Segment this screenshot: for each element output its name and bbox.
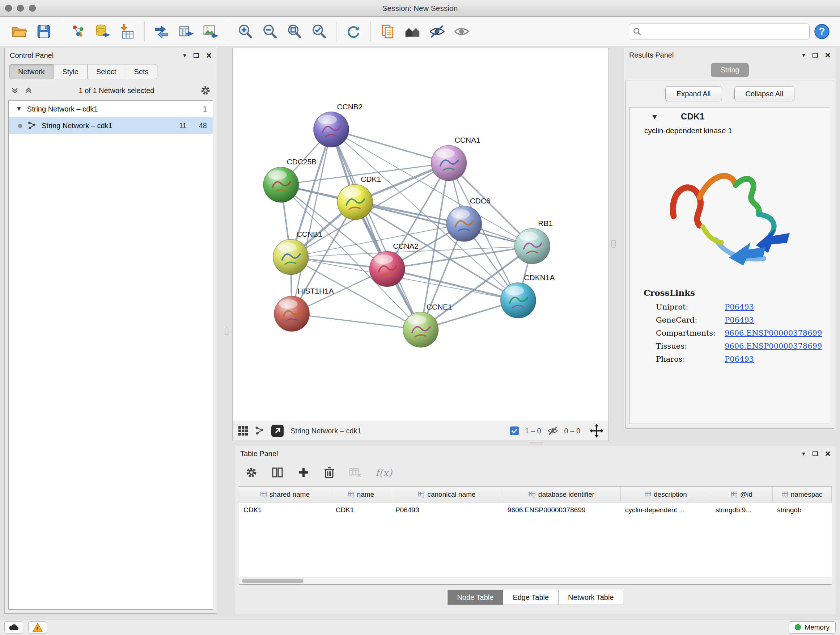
panel-float-icon[interactable] <box>813 53 818 57</box>
scrollbar-thumb[interactable] <box>242 579 303 583</box>
tab-style[interactable]: Style <box>54 64 87 79</box>
network-graph[interactable]: CCNB2CCNA1CDC25BCDK1CDC6RB1CCNB1CCNA2CDK… <box>233 48 608 421</box>
results-panel: Results Panel ▾ × String Expand All Coll… <box>624 48 836 430</box>
window-close-button[interactable] <box>5 5 12 11</box>
grid-view-icon[interactable] <box>238 425 248 436</box>
network-row-selected[interactable]: String Network – cdk1 11 48 <box>9 117 213 134</box>
open-session-button[interactable] <box>8 20 30 43</box>
cell-name[interactable]: CDK1 <box>332 506 391 514</box>
crosslink-link[interactable]: P06493 <box>725 316 754 325</box>
column-header[interactable]: @id <box>711 486 773 502</box>
memory-button[interactable]: Memory <box>789 621 836 633</box>
copy-style-button[interactable] <box>377 20 399 43</box>
show-all-button[interactable] <box>450 20 473 43</box>
cell-namespace[interactable]: stringdb <box>773 506 832 514</box>
panel-float-icon[interactable] <box>194 53 199 58</box>
zoom-out-button[interactable] <box>259 20 281 43</box>
splitter-handle[interactable] <box>611 241 616 248</box>
tab-sets[interactable]: Sets <box>125 64 157 79</box>
panel-collapse-icon[interactable]: ▾ <box>802 51 805 59</box>
cell-shared-name[interactable]: CDK1 <box>239 506 332 514</box>
selected-nodes-edges-count: 1 – 0 <box>525 427 541 435</box>
crosslink-link[interactable]: 9606.ENSP00000378699 <box>725 342 822 350</box>
cell-id[interactable]: stringdb:9... <box>711 506 773 514</box>
control-panel-title: Control Panel <box>10 51 54 60</box>
save-session-button[interactable] <box>33 20 55 43</box>
column-header[interactable]: database identifier <box>503 486 621 502</box>
table-row[interactable]: CDK1 CDK1 P06493 9606.ENSP00000378699 cy… <box>239 502 832 518</box>
zoom-selected-button[interactable] <box>308 20 330 43</box>
network-canvas[interactable]: CCNB2CCNA1CDC25BCDK1CDC6RB1CCNB1CCNA2CDK… <box>232 48 609 421</box>
splitter-handle[interactable] <box>530 442 542 445</box>
hide-selected-button[interactable] <box>426 20 448 43</box>
cell-description[interactable]: cyclin-dependent ... <box>621 506 711 514</box>
collapse-all-button[interactable]: Collapse All <box>734 86 795 101</box>
crosslink-row: Compartments: 9606.ENSP00000378699 <box>630 326 830 340</box>
gene-header[interactable]: ▼ CDK1 <box>630 108 830 126</box>
zoom-fit-button[interactable] <box>283 20 306 43</box>
import-table-from-file-button[interactable] <box>116 20 139 43</box>
share-view-icon[interactable] <box>254 426 264 436</box>
first-neighbors-button[interactable] <box>401 20 424 43</box>
tab-edge-table[interactable]: Edge Table <box>503 590 559 605</box>
panel-close-icon[interactable]: × <box>206 52 212 59</box>
warnings-button[interactable]: ! <box>28 621 47 633</box>
tree-expanded-icon[interactable]: ▼ <box>16 105 22 112</box>
detach-view-icon[interactable] <box>270 424 285 438</box>
refresh-icon <box>345 23 362 40</box>
expand-all-button[interactable]: Expand All <box>665 86 722 101</box>
zoom-in-button[interactable] <box>234 20 256 43</box>
column-header[interactable]: namespac <box>773 486 832 502</box>
network-collection-row[interactable]: ▼ String Network – cdk1 1 <box>9 101 213 117</box>
cell-canonical-name[interactable]: P06493 <box>391 506 503 514</box>
collapse-all-chevrons-icon[interactable] <box>24 86 33 95</box>
panel-float-icon[interactable] <box>813 451 818 456</box>
panel-collapse-icon[interactable]: ▾ <box>183 52 186 59</box>
function-builder-fx-icon: f(x) <box>376 467 392 478</box>
panel-close-icon[interactable]: × <box>825 450 831 457</box>
tab-string[interactable]: String <box>711 63 748 77</box>
birdseye-crosshair-icon[interactable] <box>590 424 603 438</box>
column-header[interactable]: canonical name <box>391 486 503 502</box>
delete-column-trash-icon[interactable] <box>324 466 335 478</box>
add-column-plus-icon[interactable] <box>297 466 309 478</box>
window-title: Session: New Session <box>0 0 840 16</box>
toolbar-separator <box>61 21 61 42</box>
cell-database-identifier[interactable]: 9606.ENSP00000378699 <box>503 506 621 514</box>
search-input[interactable] <box>644 25 806 38</box>
help-button[interactable]: ? <box>812 20 832 43</box>
gear-icon[interactable] <box>200 85 211 96</box>
copy-document-icon <box>379 23 396 40</box>
apply-layout-button[interactable] <box>342 20 365 43</box>
cloud-status-button[interactable] <box>4 621 23 633</box>
window-minimize-button[interactable] <box>17 5 24 11</box>
import-network-from-file-button[interactable] <box>67 20 89 43</box>
expand-all-chevrons-icon[interactable] <box>11 86 19 95</box>
crosslink-link[interactable]: P06493 <box>725 302 754 311</box>
column-header[interactable]: description <box>621 486 711 502</box>
section-expanded-icon[interactable]: ▼ <box>652 113 657 120</box>
crosslink-link[interactable]: 9606.ENSP00000378699 <box>725 329 822 337</box>
window-zoom-button[interactable] <box>29 5 36 11</box>
import-network-from-database-button[interactable] <box>92 20 114 43</box>
export-network-button[interactable] <box>175 20 197 43</box>
show-columns-icon[interactable] <box>271 466 284 478</box>
column-type-icon <box>731 491 737 497</box>
new-network-from-selection-button[interactable] <box>150 20 173 43</box>
column-header[interactable]: name <box>332 486 391 502</box>
splitter-handle[interactable] <box>225 328 229 335</box>
panel-collapse-icon[interactable]: ▾ <box>802 450 805 458</box>
tab-select[interactable]: Select <box>88 64 126 79</box>
selected-checkbox-icon[interactable] <box>510 426 519 435</box>
table-settings-gear-icon[interactable] <box>245 466 257 478</box>
panel-close-icon[interactable]: × <box>825 51 831 59</box>
svg-text:CDKN1A: CDKN1A <box>524 273 554 282</box>
column-header[interactable]: shared name <box>239 486 332 502</box>
export-image-button[interactable] <box>200 20 222 43</box>
table-horizontal-scrollbar[interactable] <box>239 577 832 584</box>
tab-node-table[interactable]: Node Table <box>447 590 504 605</box>
tab-network-table[interactable]: Network Table <box>559 590 623 605</box>
tab-network[interactable]: Network <box>9 64 54 79</box>
crosslink-label: Tissues: <box>656 342 725 350</box>
crosslink-link[interactable]: P06493 <box>725 355 754 363</box>
